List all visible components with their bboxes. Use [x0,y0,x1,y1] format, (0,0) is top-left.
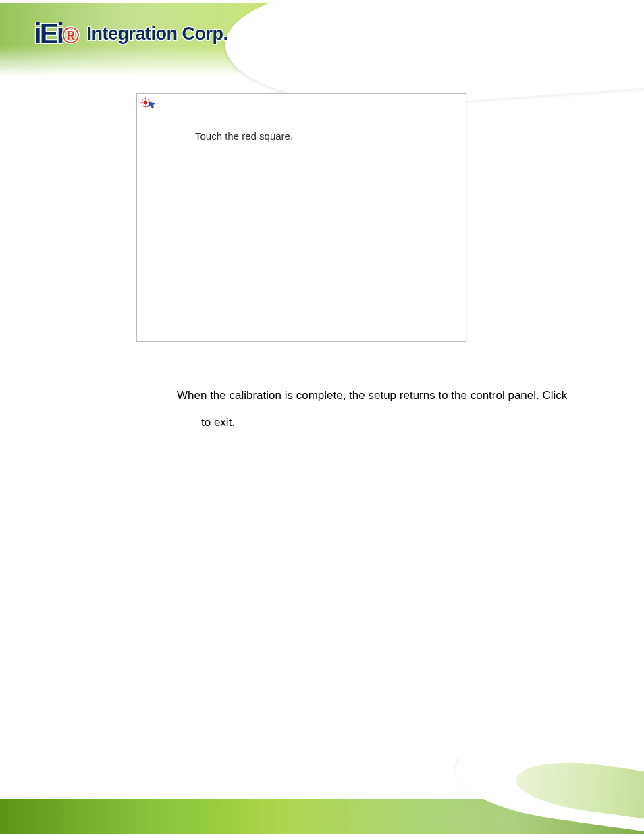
calibration-instruction: Touch the red square. [195,130,293,142]
page-footer-band [0,758,644,834]
brand-logo-mark-text: iEi [34,18,62,49]
body-line-2: to exit. [177,409,235,436]
calibration-window[interactable]: Touch the red square. [136,93,466,342]
brand-logo-text: Integration Corp. [86,24,227,45]
svg-rect-3 [144,101,147,104]
brand-logo: iEi® Integration Corp. [34,18,227,50]
body-line-1: When the calibration is complete, the se… [177,389,567,402]
calibration-target-icon[interactable] [140,97,159,111]
brand-logo-mark: iEi® [34,18,77,50]
brand-registered-icon: ® [62,22,77,48]
body-paragraph: When the calibration is complete, the se… [177,382,609,436]
